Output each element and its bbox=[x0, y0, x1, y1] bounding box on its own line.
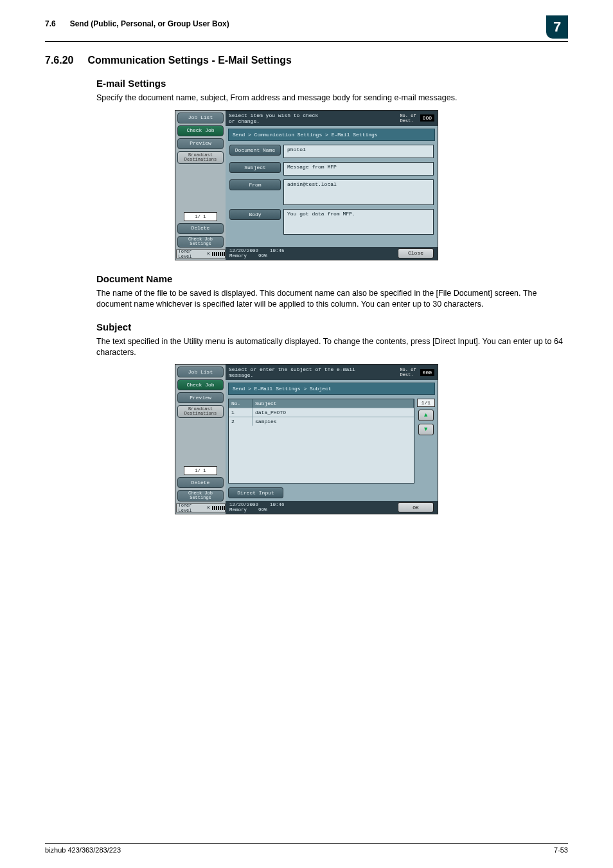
para-document-name: The name of the file to be saved is disp… bbox=[96, 288, 568, 310]
table-row[interactable]: 1 data_PHOTO bbox=[229, 408, 414, 417]
subhead-email-settings: E-mail Settings bbox=[96, 78, 568, 89]
broadcast-destinations-button[interactable]: Broadcast Destinations bbox=[177, 405, 224, 418]
status-memory-value: 99% bbox=[258, 253, 267, 258]
footer-model: bizhub 423/363/283/223 bbox=[45, 846, 121, 854]
ok-button[interactable]: OK bbox=[398, 502, 434, 512]
preview-button[interactable]: Preview bbox=[177, 392, 224, 403]
toner-label: Toner Level bbox=[179, 249, 206, 259]
from-value: admin@test.local bbox=[283, 179, 434, 205]
row-no: 1 bbox=[229, 408, 253, 417]
document-name-value: photo1 bbox=[283, 145, 434, 158]
job-list-button[interactable]: Job List bbox=[177, 113, 224, 123]
dest-count-label: No. of Dest. bbox=[400, 367, 416, 377]
chapter-tab: 7 bbox=[546, 15, 568, 39]
instruction-text: Select item you wish to check or change. bbox=[229, 113, 318, 124]
col-no: No. bbox=[229, 399, 253, 408]
scroll-up-button[interactable]: ▲ bbox=[418, 410, 434, 421]
para-subject: The text specified in the Utility menu i… bbox=[96, 336, 568, 358]
subhead-subject: Subject bbox=[96, 321, 568, 332]
subhead-document-name: Document Name bbox=[96, 273, 568, 284]
check-job-button[interactable]: Check Job bbox=[177, 379, 224, 390]
breadcrumb: Send > Communication Settings > E-Mail S… bbox=[228, 129, 435, 141]
table-page-indicator: 1/1 bbox=[417, 399, 435, 407]
subject-button[interactable]: Subject bbox=[229, 162, 281, 173]
status-date: 12/29/2009 bbox=[229, 502, 258, 507]
toner-level: Toner Level K bbox=[176, 249, 226, 258]
screenshot-subject: Job List Check Job Preview Broadcast Des… bbox=[175, 364, 438, 514]
row-subject: data_PHOTO bbox=[253, 408, 414, 417]
row-no: 2 bbox=[229, 417, 253, 426]
header-section-title: Send (Public, Personal, or Group User Bo… bbox=[70, 19, 229, 28]
table-row[interactable]: 2 samples bbox=[229, 417, 414, 426]
body-value: You got data from MFP. bbox=[283, 209, 434, 235]
instruction-text: Select or enter the subject of the e-mai… bbox=[229, 366, 355, 378]
check-job-button[interactable]: Check Job bbox=[177, 125, 224, 136]
dest-count-value: 000 bbox=[420, 114, 434, 122]
section-title: Communication Settings - E-Mail Settings bbox=[87, 55, 291, 66]
body-button[interactable]: Body bbox=[229, 209, 281, 220]
destinations-pager: 1/ 1 bbox=[184, 466, 217, 475]
breadcrumb: Send > E-Mail Settings > Subject bbox=[228, 383, 435, 395]
col-subject: Subject bbox=[253, 399, 414, 408]
status-memory-value: 99% bbox=[258, 507, 267, 512]
header-section-no: 7.6 bbox=[45, 19, 56, 28]
delete-button[interactable]: Delete bbox=[177, 477, 224, 488]
check-job-settings-button[interactable]: Check Job Settings bbox=[177, 490, 224, 502]
close-button[interactable]: Close bbox=[398, 248, 434, 258]
subject-value: Message from MFP bbox=[283, 162, 434, 176]
status-memory-label: Memory bbox=[229, 507, 247, 512]
section-number: 7.6.20 bbox=[45, 55, 73, 66]
document-name-button[interactable]: Document Name bbox=[229, 145, 281, 156]
row-subject: samples bbox=[253, 417, 414, 426]
subject-table: No. Subject 1 data_PHOTO 2 samples bbox=[228, 399, 414, 484]
status-time: 10:46 bbox=[270, 502, 285, 507]
page-footer: bizhub 423/363/283/223 7-53 bbox=[45, 843, 568, 854]
delete-button[interactable]: Delete bbox=[177, 223, 224, 234]
destinations-pager: 1/ 1 bbox=[184, 212, 217, 221]
status-memory-label: Memory bbox=[229, 253, 247, 258]
toner-label: Toner Level bbox=[179, 503, 206, 513]
scroll-down-button[interactable]: ▼ bbox=[418, 424, 434, 435]
screenshot-email-settings: Job List Check Job Preview Broadcast Des… bbox=[175, 110, 438, 260]
job-list-button[interactable]: Job List bbox=[177, 366, 224, 377]
toner-level: Toner Level K bbox=[176, 503, 226, 512]
check-job-settings-button[interactable]: Check Job Settings bbox=[177, 236, 224, 248]
dest-count-label: No. of Dest. bbox=[400, 113, 416, 123]
status-time: 10:45 bbox=[270, 248, 285, 253]
running-header: 7.6 Send (Public, Personal, or Group Use… bbox=[45, 19, 568, 42]
dest-count-value: 000 bbox=[420, 369, 434, 376]
status-date: 12/29/2009 bbox=[229, 248, 258, 253]
broadcast-destinations-button[interactable]: Broadcast Destinations bbox=[177, 151, 224, 164]
direct-input-button[interactable]: Direct Input bbox=[228, 487, 283, 498]
footer-page: 7-53 bbox=[554, 846, 568, 854]
from-button[interactable]: From bbox=[229, 179, 281, 190]
section-heading: 7.6.20 Communication Settings - E-Mail S… bbox=[45, 55, 568, 66]
preview-button[interactable]: Preview bbox=[177, 138, 224, 149]
para-email-settings: Specify the document name, subject, From… bbox=[96, 93, 568, 104]
